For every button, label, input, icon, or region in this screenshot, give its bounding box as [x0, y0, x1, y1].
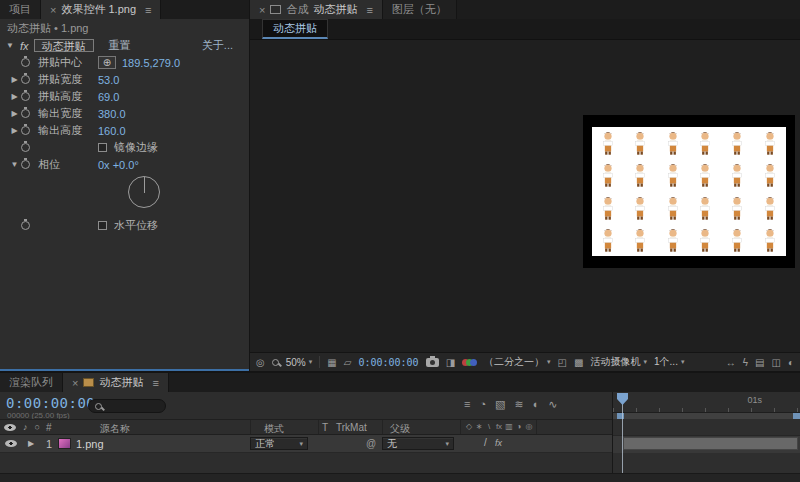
property-value[interactable]: 53.0	[98, 74, 119, 86]
twirl-right-icon[interactable]: ▶	[8, 109, 21, 118]
tiled-character-sprite	[754, 127, 786, 159]
tab-render-queue[interactable]: 渲染队列	[0, 373, 63, 392]
stopwatch-icon[interactable]	[21, 58, 30, 67]
twirl-right-icon[interactable]: ▶	[8, 75, 21, 84]
property-value-cell: ⊕189.5,279.0	[98, 56, 180, 69]
column-parent[interactable]: 父级	[390, 422, 410, 436]
timeline-scrollbar-strip[interactable]	[0, 473, 800, 482]
time-ruler[interactable]: 01s	[613, 392, 800, 413]
composition-nav-chip[interactable]: 动态拼贴	[262, 19, 328, 39]
layer-visibility-eye-icon[interactable]	[5, 440, 17, 447]
stopwatch-icon[interactable]	[21, 109, 30, 118]
column-trkmat[interactable]: TrkMat	[336, 422, 367, 433]
panel-menu-icon[interactable]: ≡	[366, 4, 372, 16]
quality-switch[interactable]: /	[484, 437, 487, 448]
fx-badge[interactable]: fx	[20, 40, 29, 52]
twirl-down-icon[interactable]: ▼	[5, 41, 15, 50]
search-box[interactable]	[88, 399, 166, 413]
property-value[interactable]: 69.0	[98, 91, 119, 103]
composition-frame	[583, 115, 795, 268]
close-icon[interactable]: ×	[50, 4, 56, 16]
snapshot-camera-icon[interactable]	[426, 358, 439, 367]
twirl-down-icon[interactable]: ▼	[8, 160, 21, 169]
motion-blur-icon[interactable]: ◐	[533, 398, 540, 411]
tab-project[interactable]: 项目	[0, 0, 41, 19]
crosshair-target-icon[interactable]: ⊕	[98, 56, 116, 69]
tab-layer[interactable]: 图层（无）	[383, 0, 457, 19]
graph-editor-icon[interactable]: ∿	[548, 398, 557, 411]
effects-switch[interactable]: fx	[495, 438, 502, 448]
property-value[interactable]: 160.0	[98, 125, 126, 137]
close-icon[interactable]: ×	[259, 4, 265, 16]
resolution-dropdown[interactable]: （二分之一） ▾	[484, 355, 551, 369]
layer-index: 1	[46, 438, 52, 450]
column-source-name[interactable]: 源名称	[100, 422, 130, 436]
draft-3d-icon[interactable]: ◔	[479, 398, 486, 411]
exposure-icon[interactable]: ◐	[788, 357, 794, 368]
flowchart-icon[interactable]: ◫	[772, 357, 781, 368]
tab-composition[interactable]: × 合成 动态拼贴 ≡	[250, 0, 383, 19]
fast-previews-icon[interactable]: ϟ	[743, 357, 748, 368]
property-value[interactable]: 0x +0.0°	[98, 159, 139, 171]
column-divider	[250, 420, 251, 434]
parent-pickwhip-icon[interactable]: @	[366, 438, 376, 449]
pixel-aspect-icon[interactable]: ↔	[726, 357, 736, 368]
close-icon[interactable]: ×	[72, 377, 78, 389]
stopwatch-icon[interactable]	[21, 221, 30, 230]
effect-name[interactable]: 动态拼贴	[34, 39, 94, 52]
camera-view-dropdown[interactable]: 活动摄像机 ▾	[591, 355, 648, 369]
blend-mode-dropdown[interactable]: 正常 ▾	[250, 437, 308, 450]
tiled-character-sprite	[657, 127, 689, 159]
tab-timeline-comp[interactable]: × 动态拼贴 ≡	[63, 373, 169, 392]
panel-menu-icon[interactable]: ≡	[145, 4, 151, 16]
stopwatch-icon[interactable]	[21, 160, 30, 169]
show-channel-icon[interactable]	[462, 359, 477, 366]
show-snapshot-icon[interactable]: ◨	[446, 357, 455, 368]
composition-mini-flowchart-icon[interactable]: ≡	[464, 398, 470, 411]
checkbox[interactable]	[98, 221, 107, 230]
layer-duration-bar[interactable]	[623, 437, 798, 450]
property-value[interactable]: 189.5,279.0	[122, 57, 180, 69]
twirl-right-icon[interactable]: ▶	[8, 92, 21, 101]
reset-button[interactable]: 重置	[109, 38, 131, 53]
property-value[interactable]: 380.0	[98, 108, 126, 120]
stopwatch-icon[interactable]	[21, 92, 30, 101]
hide-shy-icon[interactable]: ▧	[495, 398, 505, 411]
magnification-dropdown[interactable]: 50% ▾	[286, 357, 313, 368]
work-area-bar[interactable]	[613, 413, 800, 419]
property-label: 拼贴高度	[38, 89, 94, 104]
tiled-character-sprite	[754, 192, 786, 224]
tiled-character-sprite	[624, 159, 656, 191]
tab-effect-controls-label: 效果控件 1.png	[61, 2, 136, 17]
parent-dropdown[interactable]: 无 ▾	[382, 437, 454, 450]
twirl-right-icon[interactable]: ▶	[28, 439, 34, 448]
about-button[interactable]: 关于...	[202, 38, 233, 53]
view-layout-dropdown[interactable]: 1个... ▾	[654, 355, 684, 369]
current-time-field[interactable]: 0:00:00:00	[6, 395, 95, 411]
layer-name[interactable]: 1.png	[76, 438, 104, 450]
composition-viewer[interactable]	[250, 40, 800, 352]
tab-effect-controls[interactable]: × 效果控件 1.png ≡	[41, 0, 161, 19]
layer-row[interactable]: ▶ 1 1.png 正常 ▾ @ 无 ▾ / fx	[0, 435, 612, 453]
checkbox[interactable]	[98, 143, 107, 152]
frame-blend-icon[interactable]: ≋	[514, 398, 523, 411]
grid-options-icon[interactable]: ▦	[327, 357, 336, 368]
twirl-right-icon[interactable]: ▶	[8, 126, 21, 135]
transparency-grid-icon[interactable]: ▩	[574, 357, 583, 368]
stopwatch-icon[interactable]	[21, 75, 30, 84]
mask-visibility-icon[interactable]: ▱	[344, 357, 352, 368]
phase-dial[interactable]	[128, 176, 160, 208]
zoom-tool-icon[interactable]	[272, 359, 279, 366]
region-of-interest-icon[interactable]: ◰	[558, 357, 567, 368]
stopwatch-icon[interactable]	[21, 126, 30, 135]
effect-properties-list: 拼贴中心⊕189.5,279.0▶拼贴宽度53.0▶拼贴高度69.0▶输出宽度3…	[0, 54, 249, 234]
stopwatch-icon[interactable]	[21, 143, 30, 152]
preview-icon[interactable]: ◎	[256, 357, 265, 368]
search-input[interactable]	[106, 401, 159, 412]
column-mode[interactable]: 模式	[264, 422, 284, 436]
viewer-current-time[interactable]: 0:00:00:00	[358, 357, 418, 368]
timeline-button-icon[interactable]: ▤	[755, 357, 764, 368]
work-area-end-handle[interactable]	[793, 413, 800, 419]
panel-menu-icon[interactable]: ≡	[152, 377, 158, 389]
timeline-track-area[interactable]: 01s	[612, 392, 800, 482]
